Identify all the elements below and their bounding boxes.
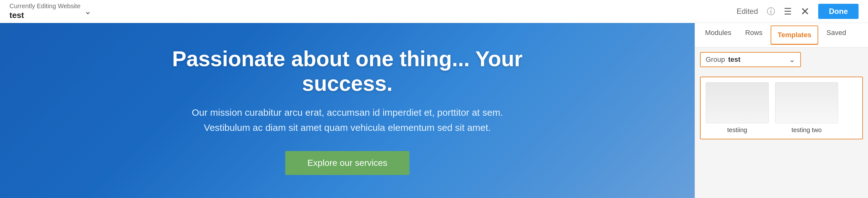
edited-label: Edited bbox=[737, 7, 758, 16]
hero-title: Passionate about one thing... Your succe… bbox=[127, 46, 568, 95]
currently-editing-line1: Currently Editing Website bbox=[9, 2, 81, 10]
currently-editing-label: Currently Editing Website test bbox=[9, 2, 81, 21]
top-bar: Currently Editing Website test ⌄ Edited … bbox=[0, 0, 868, 23]
group-dropdown-chevron-icon[interactable]: ⌄ bbox=[789, 55, 795, 64]
template-name-2: testing two bbox=[792, 126, 822, 134]
template-thumbnail-2 bbox=[775, 82, 838, 123]
group-label: Group bbox=[706, 56, 725, 64]
chevron-down-icon[interactable]: ⌄ bbox=[84, 6, 91, 17]
main-area: Passionate about one thing... Your succe… bbox=[0, 23, 868, 198]
group-selector[interactable]: Group test ⌄ bbox=[700, 52, 801, 67]
close-icon[interactable]: ✕ bbox=[801, 5, 809, 18]
hero-subtitle-line1: Our mission curabitur arcu erat, accumsa… bbox=[192, 107, 503, 118]
list-icon[interactable]: ☰ bbox=[784, 6, 792, 17]
top-bar-right: Edited ⓘ ☰ ✕ Done bbox=[737, 4, 859, 19]
right-panel: Modules Rows Templates Saved Group test … bbox=[695, 23, 868, 198]
template-name-1: testiing bbox=[727, 126, 747, 134]
tab-modules[interactable]: Modules bbox=[698, 23, 738, 48]
help-icon[interactable]: ⓘ bbox=[767, 6, 775, 17]
hero-section: Passionate about one thing... Your succe… bbox=[0, 23, 695, 198]
group-selector-row: Group test ⌄ bbox=[695, 48, 868, 72]
hero-subtitle-line2: Vestibulum ac diam sit amet quam vehicul… bbox=[204, 122, 491, 133]
group-value: test bbox=[728, 56, 740, 64]
tab-rows[interactable]: Rows bbox=[738, 23, 769, 48]
panel-tabs: Modules Rows Templates Saved bbox=[695, 23, 868, 48]
explore-button[interactable]: Explore our services bbox=[285, 151, 409, 175]
hero-content: Passionate about one thing... Your succe… bbox=[127, 46, 568, 175]
template-item-2[interactable]: testing two bbox=[775, 82, 838, 134]
template-item-1[interactable]: testiing bbox=[706, 82, 769, 134]
template-grid-container: testiing testing two bbox=[695, 72, 868, 198]
currently-editing-line2: test bbox=[9, 10, 81, 21]
hero-subtitle: Our mission curabitur arcu erat, accumsa… bbox=[127, 105, 568, 135]
tab-templates[interactable]: Templates bbox=[771, 26, 818, 45]
top-bar-left: Currently Editing Website test ⌄ bbox=[9, 2, 91, 21]
tab-saved[interactable]: Saved bbox=[819, 23, 853, 48]
done-button[interactable]: Done bbox=[818, 4, 859, 19]
template-grid: testiing testing two bbox=[700, 77, 863, 139]
template-thumbnail-1 bbox=[706, 82, 769, 123]
